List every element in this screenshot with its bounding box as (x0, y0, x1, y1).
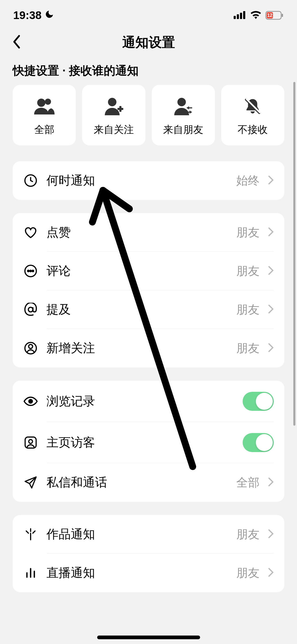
svg-point-19 (30, 270, 31, 272)
quick-settings-grid: 全部 来自关注 来自朋友 (0, 85, 297, 145)
row-label: 作品通知 (46, 526, 228, 542)
at-icon (23, 302, 38, 317)
svg-point-9 (45, 99, 51, 105)
row-label: 私信和通话 (46, 474, 228, 491)
quick-card-none[interactable]: 不接收 (221, 85, 284, 145)
row-value: 朋友 (236, 341, 260, 356)
row-label: 评论 (46, 263, 228, 279)
section-title: 快捷设置 · 接收谁的通知 (0, 58, 297, 85)
person-square-icon (23, 435, 38, 450)
row-value: 始终 (236, 173, 260, 188)
svg-point-26 (29, 440, 33, 444)
bars-icon (23, 565, 38, 580)
quick-card-label: 不接收 (238, 123, 268, 136)
row-content-notify[interactable]: 作品通知 朋友 (13, 515, 284, 554)
status-left: 19:38 (13, 9, 54, 22)
eye-icon (23, 394, 38, 409)
chevron-right-icon (268, 529, 274, 540)
home-indicator[interactable] (97, 636, 200, 639)
svg-rect-2 (240, 13, 242, 19)
chevron-right-icon (268, 304, 274, 315)
quick-card-following[interactable]: 来自关注 (82, 85, 145, 145)
svg-text:12: 12 (267, 13, 272, 18)
svg-rect-5 (282, 14, 283, 17)
page-title: 通知设置 (122, 34, 175, 51)
row-label: 直播通知 (46, 565, 228, 581)
row-value: 朋友 (236, 565, 260, 581)
sparkle-icon (23, 527, 38, 542)
row-label: 提及 (46, 301, 228, 318)
svg-point-23 (29, 344, 32, 348)
svg-point-20 (32, 270, 34, 272)
people-icon (34, 96, 55, 117)
svg-rect-0 (234, 16, 236, 19)
person-plus-icon (103, 96, 124, 117)
svg-point-21 (28, 307, 33, 312)
settings-group-activity: 浏览记录 主页访客 私信和通话 全部 (13, 381, 284, 502)
chevron-right-icon (268, 568, 274, 578)
svg-point-24 (29, 399, 32, 403)
wifi-icon (250, 11, 262, 20)
quick-card-friends[interactable]: 来自朋友 (152, 85, 215, 145)
scroll-indicator[interactable] (293, 82, 295, 426)
status-right: 12 (234, 11, 284, 20)
row-messages-calls[interactable]: 私信和通话 全部 (13, 463, 284, 502)
chevron-right-icon (268, 266, 274, 276)
row-label: 点赞 (46, 224, 228, 241)
svg-rect-1 (237, 14, 239, 19)
settings-group-interactions: 点赞 朋友 评论 朋友 提及 朋友 新增关注 朋友 (13, 213, 284, 367)
row-label: 何时通知 (46, 172, 228, 189)
header: 通知设置 (0, 26, 297, 58)
svg-point-13 (177, 98, 186, 106)
comment-icon (23, 264, 38, 278)
row-label: 浏览记录 (46, 393, 234, 410)
quick-card-label: 来自关注 (94, 123, 134, 136)
status-bar: 19:38 12 (0, 0, 297, 26)
svg-rect-3 (243, 11, 245, 19)
heart-icon (23, 225, 38, 240)
person-exchange-icon (173, 96, 194, 117)
row-new-follows[interactable]: 新增关注 朋友 (13, 329, 284, 367)
row-profile-visitors[interactable]: 主页访客 (13, 422, 284, 463)
row-comments[interactable]: 评论 朋友 (13, 252, 284, 290)
row-value: 朋友 (236, 225, 260, 240)
row-likes[interactable]: 点赞 朋友 (13, 213, 284, 252)
svg-point-8 (37, 99, 45, 107)
svg-rect-12 (119, 106, 121, 112)
person-circle-icon (23, 341, 38, 356)
row-live-notify[interactable]: 直播通知 朋友 (13, 554, 284, 592)
svg-line-30 (33, 531, 35, 533)
send-icon (23, 475, 38, 490)
row-value: 朋友 (236, 263, 260, 279)
row-view-history[interactable]: 浏览记录 (13, 381, 284, 422)
toggle-view-history[interactable] (243, 392, 274, 411)
svg-point-18 (28, 270, 29, 272)
quick-card-label: 来自朋友 (163, 123, 203, 136)
chevron-right-icon (268, 175, 274, 186)
signal-icon (234, 11, 246, 20)
row-label: 新增关注 (46, 340, 228, 356)
chevron-right-icon (268, 343, 274, 353)
battery-icon: 12 (265, 11, 284, 20)
back-button[interactable] (13, 35, 21, 50)
row-label: 主页访客 (46, 434, 234, 451)
moon-icon (45, 9, 54, 22)
toggle-profile-visitors[interactable] (243, 433, 274, 452)
settings-group-content: 作品通知 朋友 直播通知 朋友 (13, 515, 284, 592)
row-mentions[interactable]: 提及 朋友 (13, 290, 284, 329)
svg-line-29 (26, 531, 28, 533)
quick-card-all[interactable]: 全部 (13, 85, 76, 145)
chevron-right-icon (268, 227, 274, 238)
row-value: 朋友 (236, 527, 260, 542)
svg-point-10 (108, 98, 116, 106)
status-time: 19:38 (13, 9, 41, 22)
row-value: 朋友 (236, 302, 260, 318)
row-when-notify[interactable]: 何时通知 始终 (13, 161, 284, 200)
svg-rect-25 (25, 437, 36, 448)
chevron-right-icon (268, 477, 274, 488)
bell-mute-icon (242, 96, 263, 117)
settings-group-when: 何时通知 始终 (13, 161, 284, 200)
row-value: 全部 (236, 475, 260, 490)
quick-card-label: 全部 (34, 123, 54, 136)
clock-icon (23, 173, 38, 188)
